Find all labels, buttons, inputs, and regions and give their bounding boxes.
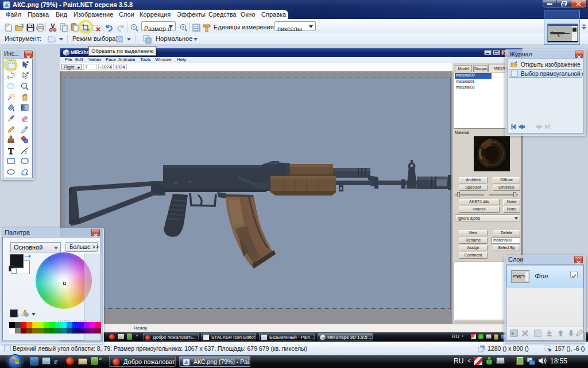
svg-text:2: 2	[25, 151, 27, 155]
